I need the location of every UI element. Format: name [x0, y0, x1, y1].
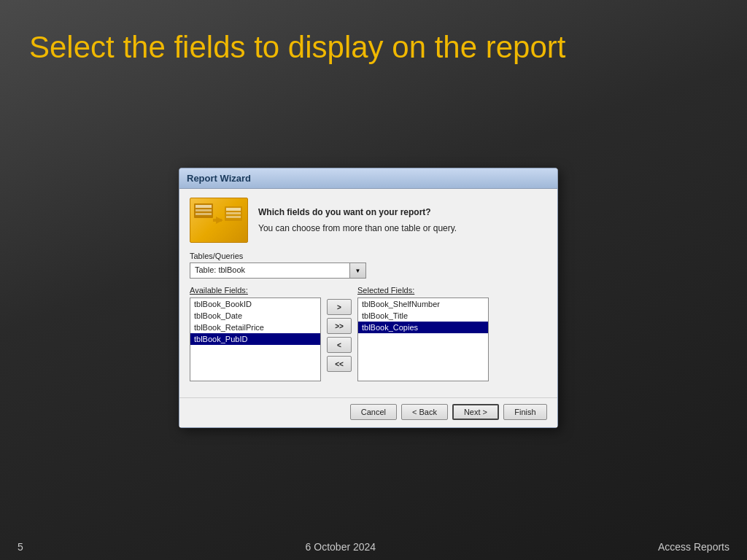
list-item[interactable]: tblBook_ShelfNumber	[358, 298, 488, 310]
svg-rect-2	[196, 209, 212, 211]
list-item[interactable]: tblBook_Title	[358, 310, 488, 322]
slide-branding: Access Reports	[658, 541, 729, 553]
wizard-icon	[190, 198, 248, 243]
move-one-button[interactable]: >	[327, 299, 352, 315]
dialog-intro: Which fields do you want on your report?…	[258, 206, 457, 235]
list-item[interactable]: tblBook_PubID	[190, 333, 320, 345]
remove-all-button[interactable]: <<	[327, 356, 352, 372]
dialog-titlebar: Report Wizard	[179, 168, 557, 189]
tables-queries-label: Tables/Queries	[190, 252, 547, 260]
slide-number: 5	[18, 541, 23, 553]
selected-fields-col: Selected Fields: tblBook_ShelfNumber tbl…	[357, 286, 489, 381]
available-fields-list[interactable]: tblBook_BookID tblBook_Date tblBook_Reta…	[190, 298, 321, 381]
list-item[interactable]: tblBook_Copies	[358, 322, 488, 333]
tables-queries-dropdown[interactable]: Table: tblBook ▼	[190, 262, 547, 279]
back-button[interactable]: < Back	[401, 404, 448, 420]
move-all-button[interactable]: >>	[327, 318, 352, 334]
remove-one-button[interactable]: <	[327, 337, 352, 353]
next-button[interactable]: Next >	[452, 404, 499, 420]
dialog-top: Which fields do you want on your report?…	[190, 198, 547, 243]
svg-rect-8	[226, 212, 241, 214]
list-item[interactable]: tblBook_Date	[190, 310, 320, 322]
finish-button[interactable]: Finish	[503, 404, 547, 420]
cancel-button[interactable]: Cancel	[350, 404, 397, 420]
selected-fields-list[interactable]: tblBook_ShelfNumber tblBook_Title tblBoo…	[357, 298, 489, 381]
dropdown-arrow-icon[interactable]: ▼	[350, 262, 366, 279]
svg-rect-3	[196, 213, 212, 215]
available-fields-label: Available Fields:	[190, 286, 321, 295]
svg-rect-9	[226, 216, 241, 218]
fields-section: Available Fields: tblBook_BookID tblBook…	[190, 286, 547, 381]
list-item[interactable]: tblBook_RetailPrice	[190, 322, 320, 333]
svg-rect-7	[226, 208, 241, 211]
bottom-bar: 5 6 October 2024 Access Reports	[0, 534, 747, 560]
dialog-body: Which fields do you want on your report?…	[179, 189, 557, 397]
available-fields-col: Available Fields: tblBook_BookID tblBook…	[190, 286, 321, 381]
dropdown-value[interactable]: Table: tblBook	[190, 262, 350, 279]
svg-rect-1	[196, 205, 212, 208]
slide-title: Select the fields to display on the repo…	[29, 29, 718, 66]
list-item[interactable]: tblBook_BookID	[190, 298, 320, 310]
slide-date: 6 October 2024	[23, 541, 658, 553]
report-wizard-dialog: Report Wizard	[179, 168, 558, 428]
selected-fields-label: Selected Fields:	[357, 286, 489, 295]
dialog-footer: Cancel < Back Next > Finish	[179, 397, 557, 427]
transfer-buttons: > >> < <<	[321, 299, 357, 372]
svg-rect-5	[213, 219, 222, 222]
